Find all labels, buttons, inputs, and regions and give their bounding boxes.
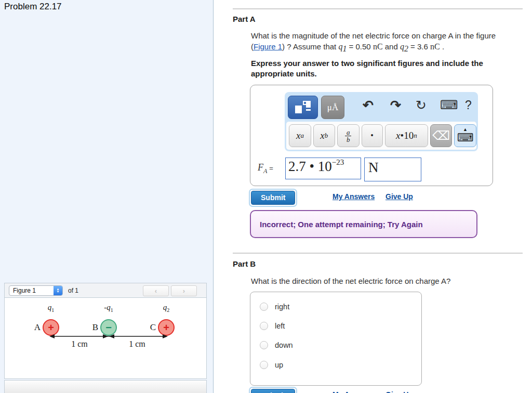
part-b-question: What is the direction of the net electri… — [251, 277, 513, 285]
my-answers-link[interactable]: My Answers — [332, 390, 375, 393]
fraction-button[interactable]: ab — [337, 124, 360, 147]
dimension-arrows — [49, 333, 168, 339]
figure-select[interactable]: Figure 1 ▲ ▼ — [9, 285, 63, 296]
problem-panel: Problem 22.17 Figure 1 ▲ ▼ of 1 ‹ › q1 -… — [0, 0, 214, 393]
keyboard-icon[interactable]: ⌨ — [440, 97, 458, 113]
figure-viewer-header: Figure 1 ▲ ▼ of 1 ‹ › — [4, 283, 207, 298]
option-left[interactable]: left — [260, 322, 285, 330]
part-a-instruction: Express your answer to two significant f… — [251, 58, 500, 79]
superscript-button[interactable]: xa — [289, 124, 311, 147]
keyboard-icon: ⌨ — [457, 132, 474, 144]
radio-icon[interactable] — [260, 303, 268, 311]
charge-a-q-label: q1 — [39, 303, 62, 313]
part-a-question: What is the magnitude of the net electri… — [251, 30, 513, 54]
feedback-text: Incorrect; One attempt remaining; Try Ag… — [260, 220, 423, 229]
divider — [233, 8, 523, 9]
multiply-dot-button[interactable]: • — [362, 124, 383, 147]
submit-button[interactable]: Submit — [251, 389, 295, 393]
backspace-icon: ⌫ — [432, 128, 450, 143]
undo-icon[interactable]: ↶ — [363, 97, 374, 113]
submit-button[interactable]: Submit — [251, 191, 295, 205]
divider — [233, 253, 523, 254]
units-button[interactable]: μÅ — [321, 96, 344, 119]
subscript-button[interactable]: xb — [313, 124, 335, 147]
scientific-notation-button[interactable]: x•10n — [385, 124, 429, 147]
option-down[interactable]: down — [260, 341, 293, 349]
give-up-link[interactable]: Give Up — [385, 192, 413, 201]
charge-b-name: B — [86, 322, 98, 333]
dim-left-label: 1 cm — [64, 339, 95, 349]
figure-select-value: Figure 1 — [9, 287, 54, 294]
feedback-banner: Incorrect; One attempt remaining; Try Ag… — [250, 210, 477, 238]
equation-toolbar: μÅ ↶ ↷ ↻ ⌨ ? xa xb ab • x•10n ⌫ — [285, 92, 478, 151]
radio-icon[interactable] — [260, 341, 268, 349]
hide-keyboard-button[interactable]: ▲ ⌨ — [454, 124, 476, 147]
dim-right-label: 1 cm — [122, 339, 153, 349]
chevron-right-icon: › — [183, 287, 185, 295]
radio-icon[interactable] — [260, 322, 268, 330]
equation-buttons-row: xa xb ab • x•10n ⌫ ▲ ⌨ — [286, 122, 476, 150]
redo-icon[interactable]: ↷ — [390, 97, 401, 113]
charge-c-q-label: q2 — [155, 303, 178, 313]
charge-c-name: C — [143, 322, 156, 333]
submit-b-wrapper: Submit — [249, 387, 297, 393]
option-right[interactable]: right — [260, 303, 289, 311]
answer-value-input[interactable]: 2.7 • 10−23 — [285, 158, 361, 179]
charge-a-name: A — [28, 322, 41, 333]
backspace-button[interactable]: ⌫ — [430, 124, 452, 147]
my-answers-link[interactable]: My Answers — [332, 192, 375, 201]
part-a-heading: Part A — [233, 15, 256, 23]
templates-button[interactable] — [288, 96, 318, 119]
multiple-choice-box: right left down up — [250, 292, 422, 386]
figure-1-link[interactable]: Figure 1 — [254, 42, 282, 51]
option-up[interactable]: up — [260, 361, 283, 369]
help-icon[interactable]: ? — [465, 97, 472, 113]
units-icon: μÅ — [327, 102, 338, 112]
figure-count-label: of 1 — [68, 287, 78, 294]
figure-prev-button[interactable]: ‹ — [143, 285, 169, 296]
part-b-heading: Part B — [233, 259, 256, 268]
templates-icon — [295, 101, 311, 113]
page-title: Problem 22.17 — [4, 2, 62, 12]
answer-units-input[interactable]: N — [364, 158, 421, 181]
stepper-down-icon: ▼ — [57, 291, 60, 293]
select-stepper-icon[interactable]: ▲ ▼ — [54, 286, 62, 295]
chevron-left-icon: ‹ — [155, 287, 157, 295]
reset-icon[interactable]: ↻ — [416, 97, 427, 113]
figure-panel-footer — [4, 380, 207, 393]
answer-module: μÅ ↶ ↷ ↻ ⌨ ? xa xb ab • x•10n ⌫ — [250, 85, 493, 186]
answer-variable-label: FA= — [258, 162, 273, 175]
charge-b-q-label: -q1 — [97, 303, 120, 313]
figure-next-button[interactable]: › — [171, 285, 197, 296]
submit-a-wrapper: Submit — [249, 189, 297, 207]
figure-canvas: q1 -q1 q2 A B C + − + 1 cm 1 cm — [4, 298, 207, 379]
give-up-link[interactable]: Give Up — [385, 390, 413, 393]
radio-icon[interactable] — [260, 361, 268, 369]
